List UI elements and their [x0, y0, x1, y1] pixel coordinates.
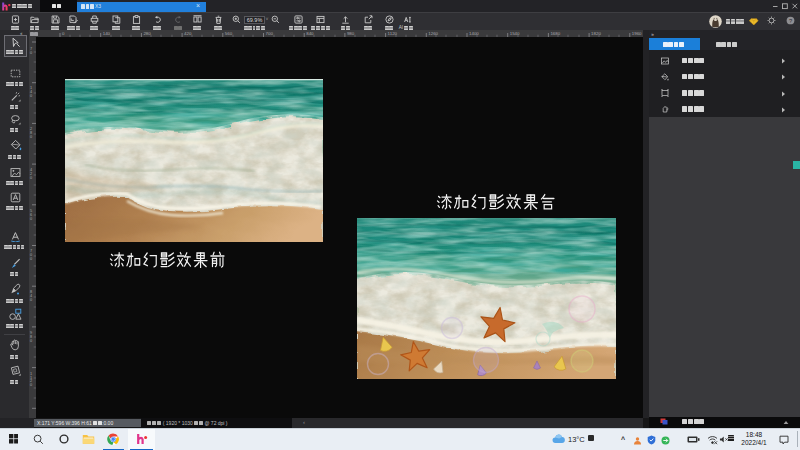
svg-text:700: 700 — [266, 31, 274, 36]
svg-text:1120: 1120 — [388, 31, 398, 36]
svg-text:0: 0 — [62, 31, 65, 36]
svg-text:1960: 1960 — [632, 31, 642, 36]
svg-text:700: 700 — [30, 249, 32, 261]
svg-text:560: 560 — [225, 31, 233, 36]
svg-text:140: 140 — [103, 31, 111, 36]
svg-text:840: 840 — [30, 290, 32, 302]
svg-text:1820: 1820 — [591, 31, 601, 36]
svg-text:70: 70 — [30, 47, 32, 55]
svg-text:1260: 1260 — [428, 31, 438, 36]
svg-text:280: 280 — [30, 127, 32, 139]
svg-text:1400: 1400 — [469, 31, 479, 36]
svg-text:1540: 1540 — [510, 31, 520, 36]
svg-text:?: ? — [789, 18, 792, 24]
svg-text:420: 420 — [184, 31, 192, 36]
svg-text:1680: 1680 — [550, 31, 560, 36]
svg-text:980: 980 — [347, 31, 355, 36]
svg-text:140: 140 — [30, 86, 32, 98]
svg-text:980: 980 — [30, 331, 32, 343]
svg-text:560: 560 — [30, 209, 32, 221]
svg-text:1120: 1120 — [30, 372, 32, 387]
svg-text:840: 840 — [306, 31, 314, 36]
svg-text:280: 280 — [143, 31, 151, 36]
svg-text:420: 420 — [30, 168, 32, 180]
